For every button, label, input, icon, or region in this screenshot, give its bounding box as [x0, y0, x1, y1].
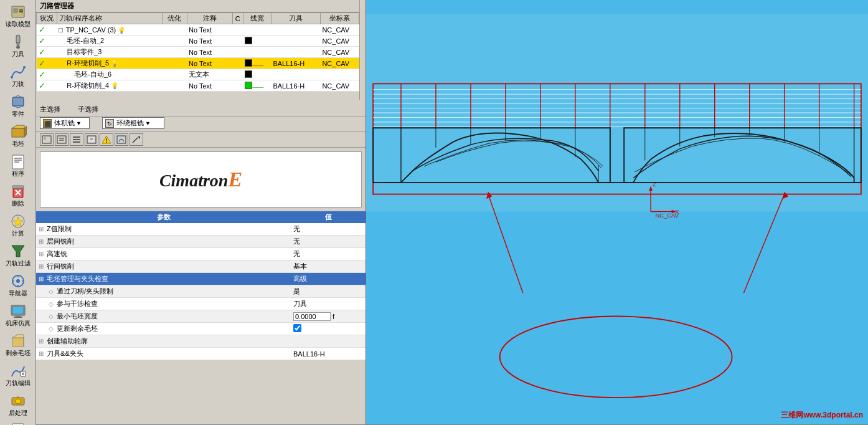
svg-marker-23 — [12, 246, 24, 257]
param-row[interactable]: ⊞ 刀具&&夹头 BALL16-H — [36, 348, 366, 360]
row-linewidth — [243, 47, 271, 58]
row-status: ✓ — [37, 58, 57, 69]
sidebar-item-post-process[interactable]: 后处理 — [2, 390, 34, 419]
svg-rect-21 — [12, 186, 24, 188]
operations-panel: 刀路管理器 状况 刀轨/程序名称 优化 注释 C 线宽 刀具 坐标系 — [36, 0, 360, 100]
param-row[interactable]: ◇ 参与干涉检查 刀具 — [36, 298, 366, 310]
sidebar-label-calculate: 计算 — [12, 230, 24, 237]
table-row[interactable]: ✓ □ TP_NC_CAV (3) 💡 No Text NC_CA — [37, 24, 359, 36]
param-value: 无 — [291, 223, 366, 236]
row-linewidth — [243, 69, 271, 80]
param-expand-icon: ⊞ — [39, 350, 44, 357]
sidebar-label-post-process: 后处理 — [9, 409, 27, 417]
ops-panel-title: 刀路管理器 — [36, 0, 359, 12]
param-expand-icon: ⊞ — [39, 263, 44, 270]
row-comment: No Text — [187, 24, 232, 36]
row-name: R-环绕切削_4 💡 — [57, 80, 162, 92]
min-blank-width-input[interactable] — [293, 312, 331, 321]
sidebar-item-filter[interactable]: 刀轨过滤 — [2, 241, 34, 269]
row-linewidth: —— — [243, 80, 271, 92]
param-row[interactable]: ◇ 更新剩余毛坯 — [36, 323, 366, 335]
sub-selection-dropdown[interactable]: ↻ 环绕粗铣 ▼ — [102, 117, 164, 129]
row-status: ✓ — [37, 69, 57, 80]
sidebar-item-machine-sim[interactable]: 机床仿真 — [2, 300, 34, 329]
tb-btn-4[interactable] — [85, 133, 98, 146]
row-coord: NC_CAV — [320, 80, 359, 92]
svg-point-8 — [23, 66, 26, 69]
sidebar-item-tool[interactable]: 刀具 — [2, 31, 34, 60]
tb-btn-2[interactable] — [55, 133, 68, 146]
param-name: ◇ 最小毛坯宽度 — [36, 310, 291, 323]
sidebar-item-calculate[interactable]: 计算 — [2, 211, 34, 239]
logo-area: CimatronE — [40, 151, 362, 208]
sidebar-item-toolpath[interactable]: 刀轨 — [2, 61, 34, 90]
param-name: ⊞ 刀具&&夹头 — [36, 348, 291, 360]
row-name: R-环绕切削_5 💡 — [57, 58, 162, 69]
row-coord: NC_CAV — [320, 58, 359, 69]
delete-icon — [8, 183, 28, 200]
left-sidebar: 读取模型 刀具 刀轨 零件 — [0, 0, 36, 425]
row-c — [232, 24, 243, 36]
svg-marker-65 — [138, 136, 140, 139]
param-name: ◇ 通过刀柄/夹头限制 — [36, 285, 291, 298]
sidebar-item-remaining-blank[interactable]: 剩余毛坯 — [2, 330, 34, 359]
row-linewidth — [243, 24, 271, 36]
param-row[interactable]: ⊞ 毛坯管理与夹头检查 高级 — [36, 273, 366, 285]
tb-btn-3[interactable] — [70, 133, 83, 146]
param-row[interactable]: ◇ 通过刀柄/夹头限制 是 — [36, 285, 366, 298]
param-value: 无 — [291, 248, 366, 260]
col-c: C — [232, 13, 243, 24]
table-row[interactable]: ✓ 毛坯-自动_2 No Text NC_CAV — [37, 36, 359, 47]
sidebar-item-navigator[interactable]: 导航器 — [2, 270, 34, 299]
table-row[interactable]: ✓ 目标零件_3 No Text NC_CAV — [37, 47, 359, 58]
row-optimize — [163, 24, 187, 36]
tb-btn-6[interactable] — [115, 133, 128, 146]
param-row[interactable]: ⊞ 行间铣削 基本 — [36, 260, 366, 273]
sidebar-item-toolpath-edit[interactable]: 刀轨编辑 — [2, 360, 34, 389]
sidebar-item-program[interactable]: 程序 — [2, 151, 34, 179]
row-coord: NC_CAV — [320, 24, 359, 36]
col-tool: 刀具 — [271, 13, 320, 24]
svg-rect-58 — [88, 137, 95, 142]
blank-icon — [8, 123, 28, 140]
params-col-value: 值 — [291, 211, 366, 223]
svg-rect-31 — [12, 307, 24, 314]
param-row[interactable]: ◇ 最小毛坯宽度 f — [36, 310, 366, 323]
update-remaining-blank-checkbox[interactable] — [293, 324, 301, 332]
main-dropdown-arrow: ▼ — [76, 120, 82, 127]
svg-line-64 — [133, 138, 138, 143]
sub-select-label: 子选择 — [78, 105, 98, 114]
param-name: ⊞ 层间铣削 — [36, 236, 291, 248]
row-name: 毛坯-自动_2 — [57, 36, 162, 47]
table-row[interactable]: ✓ 毛坯-自动_6 无文本 — [37, 69, 359, 80]
svg-marker-13 — [24, 126, 27, 137]
param-row[interactable]: ⊞ 高速铣 无 — [36, 248, 366, 260]
row-c — [232, 80, 243, 92]
table-row[interactable]: ✓ R-环绕切削_4 💡 No Text —— BALL16-H NC_CAV — [37, 80, 359, 92]
svg-text:NC_CAV: NC_CAV — [656, 212, 679, 219]
param-row[interactable]: ⊞ 创建辅助轮廓 — [36, 335, 366, 348]
param-value: 无 — [291, 236, 366, 248]
sidebar-item-part[interactable]: 零件 — [2, 91, 34, 120]
param-value: BALL16-H — [291, 348, 366, 360]
row-status: ✓ — [37, 36, 57, 47]
table-row[interactable]: ✓ R-环绕切削_5 💡 No Text —— BALL16-H NC_CAV — [37, 58, 359, 69]
params-table: ⊞ Z值限制 无 ⊞ 层间铣削 无 — [36, 223, 366, 360]
row-coord — [320, 69, 359, 80]
sidebar-item-read-model[interactable]: 读取模型 — [2, 1, 34, 30]
param-row[interactable]: ⊞ Z值限制 无 — [36, 223, 366, 236]
param-value: 刀具 — [291, 298, 366, 310]
tb-btn-1[interactable] — [40, 133, 54, 146]
tb-btn-7[interactable] — [130, 133, 143, 146]
tb-btn-5[interactable] — [100, 133, 113, 146]
param-row[interactable]: ⊞ 层间铣削 无 — [36, 236, 366, 248]
sidebar-item-nc-report[interactable]: NC报告 — [2, 420, 34, 425]
main-selection-dropdown[interactable]: ⬛ 体积铣 ▼ — [40, 117, 90, 129]
params-header: 参数 值 — [36, 211, 366, 223]
sidebar-item-blank[interactable]: 毛坯 — [2, 121, 34, 150]
row-linewidth — [243, 36, 271, 47]
row-optimize — [163, 58, 187, 69]
row-status: ✓ — [37, 47, 57, 58]
row-c — [232, 58, 243, 69]
sidebar-item-delete[interactable]: 删除 — [2, 181, 34, 209]
